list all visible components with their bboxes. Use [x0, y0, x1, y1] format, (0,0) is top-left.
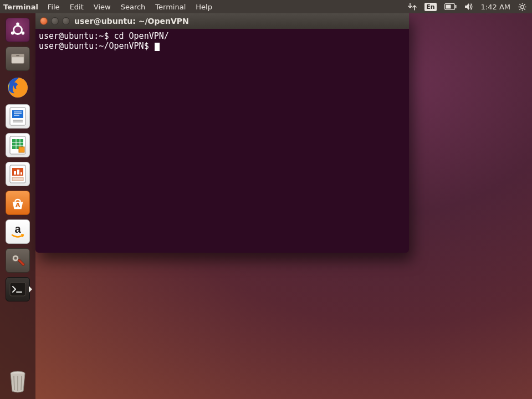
- svg-line-48: [14, 376, 14, 390]
- window-minimize-button[interactable]: [51, 17, 59, 25]
- settings-icon: [6, 248, 30, 273]
- svg-rect-36: [14, 171, 16, 175]
- svg-rect-1: [455, 5, 456, 8]
- svg-rect-2: [446, 5, 451, 9]
- window-title: user@ubuntu: ~/OpenVPN: [74, 17, 189, 25]
- launcher-writer[interactable]: [4, 103, 31, 130]
- network-icon[interactable]: [408, 3, 417, 11]
- launcher-terminal[interactable]: [4, 276, 31, 303]
- launcher-files[interactable]: [4, 45, 31, 72]
- svg-rect-37: [17, 170, 19, 175]
- terminal-window: user@ubuntu: ~/OpenVPN user@ubuntu:~$ cd…: [35, 13, 409, 253]
- launcher-dash[interactable]: [4, 17, 31, 43]
- app-menu-items: File Edit View Search Terminal Help: [43, 3, 217, 11]
- files-icon: [6, 47, 30, 71]
- svg-point-12: [14, 26, 22, 34]
- terminal-prompt-1: user@ubuntu:~$: [39, 31, 109, 41]
- software-center-icon: A: [6, 191, 30, 215]
- clock[interactable]: 1:42 AM: [481, 3, 510, 11]
- svg-rect-21: [12, 110, 23, 118]
- window-close-button[interactable]: [40, 17, 48, 25]
- keyboard-indicator[interactable]: En: [424, 3, 436, 11]
- launcher-settings[interactable]: [4, 247, 31, 274]
- window-buttons: [40, 17, 70, 25]
- launcher-amazon[interactable]: a: [4, 218, 31, 245]
- svg-line-8: [519, 4, 520, 5]
- menu-terminal[interactable]: Terminal: [150, 3, 191, 11]
- terminal-prompt-2: user@ubuntu:~/OpenVPN$: [39, 41, 149, 51]
- svg-line-10: [519, 8, 520, 9]
- ubuntu-logo-icon: [6, 18, 30, 42]
- keyboard-indicator-label: En: [426, 3, 434, 11]
- battery-icon[interactable]: [444, 3, 457, 10]
- unity-launcher: A a: [0, 13, 35, 399]
- firefox-icon: [6, 75, 30, 100]
- libreoffice-writer-icon: [6, 104, 30, 129]
- launcher-firefox[interactable]: [4, 74, 31, 101]
- svg-text:A: A: [16, 202, 21, 209]
- svg-rect-33: [19, 147, 24, 152]
- terminal-cursor: [155, 43, 160, 51]
- terminal-command-1: cd OpenVPN/: [114, 31, 168, 41]
- volume-icon[interactable]: [464, 3, 473, 11]
- amazon-icon: a: [6, 219, 30, 244]
- terminal-icon: [6, 277, 30, 301]
- menu-help[interactable]: Help: [191, 3, 217, 11]
- launcher-impress[interactable]: [4, 161, 31, 187]
- menu-search[interactable]: Search: [116, 3, 151, 11]
- session-gear-icon[interactable]: [518, 3, 526, 11]
- menu-view[interactable]: View: [89, 3, 116, 11]
- libreoffice-impress-icon: [6, 162, 30, 186]
- menu-file[interactable]: File: [43, 3, 65, 11]
- svg-rect-38: [21, 172, 22, 175]
- launcher-calc[interactable]: [4, 132, 31, 158]
- svg-line-50: [21, 376, 22, 390]
- svg-text:a: a: [14, 223, 21, 235]
- svg-point-14: [11, 32, 14, 35]
- svg-point-13: [16, 22, 19, 25]
- svg-line-9: [524, 8, 525, 9]
- window-titlebar[interactable]: user@ubuntu: ~/OpenVPN: [35, 13, 409, 29]
- launcher-software-center[interactable]: A: [4, 190, 31, 216]
- svg-rect-44: [18, 259, 25, 266]
- svg-point-3: [521, 5, 524, 8]
- launcher-trash[interactable]: [4, 368, 31, 395]
- menu-edit[interactable]: Edit: [65, 3, 89, 11]
- libreoffice-calc-icon: [6, 133, 30, 157]
- svg-point-43: [14, 257, 17, 260]
- active-app-name: Terminal: [0, 3, 43, 11]
- svg-point-15: [22, 32, 25, 35]
- system-indicators: En 1:42 AM: [408, 3, 532, 11]
- terminal-body[interactable]: user@ubuntu:~$ cd OpenVPN/ user@ubuntu:~…: [35, 29, 409, 253]
- svg-rect-39: [12, 177, 23, 181]
- svg-rect-45: [10, 283, 25, 296]
- top-menubar: Terminal File Edit View Search Terminal …: [0, 0, 532, 13]
- svg-rect-18: [16, 55, 19, 56]
- svg-line-11: [524, 4, 525, 5]
- trash-icon: [6, 369, 30, 393]
- window-maximize-button[interactable]: [62, 17, 70, 25]
